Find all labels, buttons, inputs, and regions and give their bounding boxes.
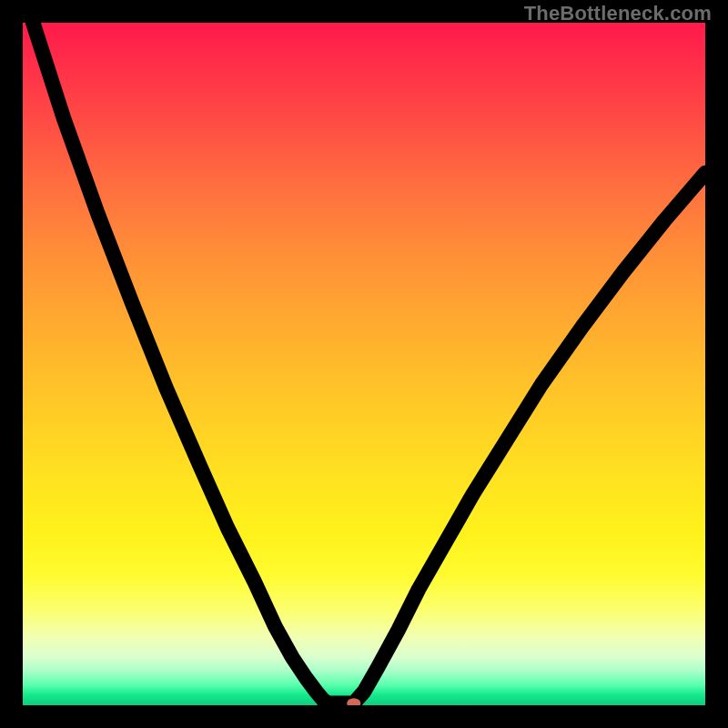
plot-area (23, 23, 705, 705)
chart-frame: TheBottleneck.com (0, 0, 728, 728)
chart-svg (23, 23, 705, 705)
bottleneck-curve (33, 23, 705, 703)
